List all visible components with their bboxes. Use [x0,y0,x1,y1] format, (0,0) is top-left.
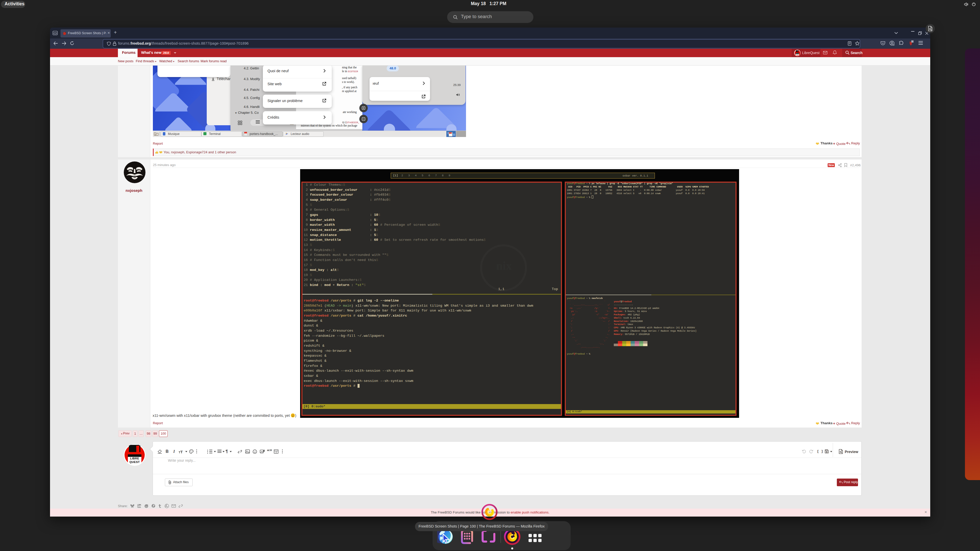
svg-text:1: 1 [912,40,913,43]
